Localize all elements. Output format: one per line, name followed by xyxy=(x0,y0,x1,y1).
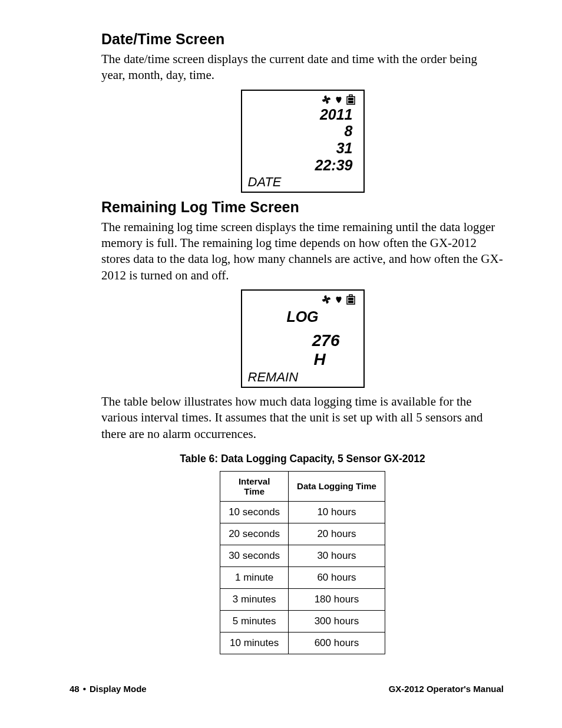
table-row: 10 seconds10 hours xyxy=(220,501,385,523)
svg-rect-2 xyxy=(348,98,353,100)
svg-rect-7 xyxy=(348,301,353,303)
cell-interval: 10 minutes xyxy=(220,632,289,654)
table-row: 10 minutes600 hours xyxy=(220,632,385,654)
lcd-time: 22:39 xyxy=(248,157,358,174)
cell-interval: 10 seconds xyxy=(220,501,289,523)
cell-interval: 20 seconds xyxy=(220,523,289,545)
lcd-remain-screen: LOG 276 H REMAIN xyxy=(241,289,365,388)
section-paragraph-table-intro: The table below illustrates how much dat… xyxy=(101,394,504,442)
footer-section-name: Display Mode xyxy=(90,684,147,694)
data-logging-table: IntervalTime Data Logging Time 10 second… xyxy=(220,471,385,654)
svg-rect-3 xyxy=(348,101,353,103)
svg-rect-5 xyxy=(349,295,352,297)
table-row: 3 minutes180 hours xyxy=(220,588,385,610)
cell-interval: 1 minute xyxy=(220,566,289,588)
footer-page-number: 48 xyxy=(70,684,80,694)
table-row: 1 minute60 hours xyxy=(220,566,385,588)
table-row: 20 seconds20 hours xyxy=(220,523,385,545)
footer-bullet: • xyxy=(83,684,86,694)
lcd-log-unit: H xyxy=(248,350,358,369)
section-heading-date-time: Date/Time Screen xyxy=(101,31,504,48)
table-row: 5 minutes300 hours xyxy=(220,610,385,632)
footer-right: GX-2012 Operator's Manual xyxy=(389,684,504,694)
cell-capacity: 180 hours xyxy=(289,588,385,610)
lcd-month: 8 xyxy=(248,123,358,140)
lcd-status-icons xyxy=(248,294,358,306)
table-header-capacity: Data Logging Time xyxy=(289,471,385,501)
cell-interval: 30 seconds xyxy=(220,545,289,566)
cell-capacity: 300 hours xyxy=(289,610,385,632)
lcd-remain-label: REMAIN xyxy=(248,369,358,384)
lcd-status-icons xyxy=(248,94,358,106)
svg-rect-6 xyxy=(348,298,353,300)
table-row: 30 seconds30 hours xyxy=(220,545,385,566)
footer-left: 48•Display Mode xyxy=(70,684,147,694)
section-heading-remaining-log: Remaining Log Time Screen xyxy=(101,199,504,216)
svg-rect-1 xyxy=(349,95,352,97)
table-caption: Table 6: Data Logging Capacity, 5 Sensor… xyxy=(101,453,504,465)
lcd-year: 2011 xyxy=(248,106,358,123)
cell-capacity: 60 hours xyxy=(289,566,385,588)
page-footer: 48•Display Mode GX-2012 Operator's Manua… xyxy=(70,684,504,694)
cell-capacity: 30 hours xyxy=(289,545,385,566)
lcd-log-value: 276 xyxy=(248,331,358,350)
cell-interval: 5 minutes xyxy=(220,610,289,632)
table-header-interval: IntervalTime xyxy=(220,471,289,501)
cell-capacity: 10 hours xyxy=(289,501,385,523)
section-paragraph-remaining-log: The remaining log time screen displays t… xyxy=(101,219,504,284)
cell-capacity: 600 hours xyxy=(289,632,385,654)
table-header-row: IntervalTime Data Logging Time xyxy=(220,471,385,501)
cell-interval: 3 minutes xyxy=(220,588,289,610)
cell-capacity: 20 hours xyxy=(289,523,385,545)
lcd-day: 31 xyxy=(248,140,358,157)
section-paragraph-date-time: The date/time screen displays the curren… xyxy=(101,51,504,84)
lcd-date-screen: 2011 8 31 22:39 DATE xyxy=(241,90,365,193)
lcd-log-title: LOG xyxy=(248,306,358,325)
lcd-date-label: DATE xyxy=(248,174,358,189)
